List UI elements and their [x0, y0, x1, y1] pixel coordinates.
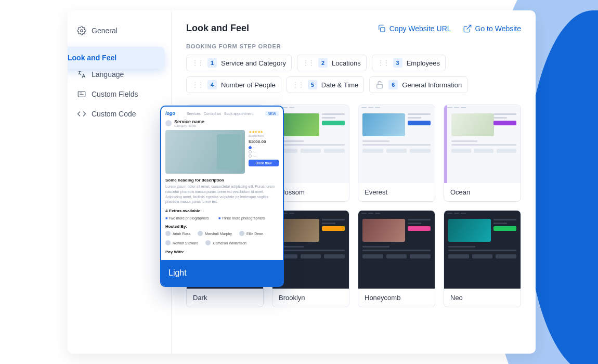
theme-card-honeycomb[interactable]: Honeycomb: [358, 210, 435, 307]
drag-handle-icon[interactable]: ⋮⋮: [192, 82, 203, 88]
svg-rect-7: [377, 84, 383, 88]
sidebar-item-label: Look and Feel: [68, 54, 116, 62]
svg-line-6: [466, 25, 471, 29]
preview-cta: Book now: [249, 160, 279, 166]
sidebar-item-custom-code[interactable]: Custom Code: [68, 104, 171, 124]
preview-extra: Three more photographers: [218, 216, 265, 220]
drag-handle-icon[interactable]: ⋮⋮: [303, 60, 314, 66]
gear-icon: [77, 26, 86, 35]
theme-label: Light: [161, 260, 283, 286]
code-icon: [77, 109, 86, 119]
link-label: Copy Website URL: [389, 24, 451, 33]
svg-point-0: [81, 30, 83, 32]
preview-pay-heading: Pay With:: [165, 250, 279, 254]
step-label: Locations: [332, 59, 361, 67]
theme-label: Honeycomb: [358, 289, 435, 307]
step-chip-general-info[interactable]: 6 General Information: [369, 76, 467, 93]
svg-rect-1: [78, 92, 85, 97]
theme-card-ocean[interactable]: Ocean: [444, 105, 521, 202]
preview-hosted-heading: Hosted By:: [165, 224, 279, 229]
theme-label: Blossom: [272, 183, 349, 201]
step-number: 2: [318, 58, 328, 68]
preview-description: Lorem ipsum dolor sit amet, consectetur …: [165, 184, 279, 204]
settings-panel: General Language Custom Fields Custom Co…: [68, 10, 536, 354]
sidebar-item-custom-fields[interactable]: Custom Fields: [68, 84, 171, 104]
sidebar-item-label: Custom Fields: [92, 90, 138, 98]
preview-host: Cameron Williamson: [213, 241, 246, 245]
preview-nav-item: Services: [187, 112, 201, 115]
preview-service-category: Category Name: [174, 124, 204, 127]
page-header: Look and Feel Copy Website URL Go to Web…: [186, 23, 521, 34]
preview-extra: Two more photographers: [165, 216, 209, 220]
copy-icon: [377, 24, 386, 33]
drag-handle-icon[interactable]: ⋮⋮: [292, 82, 304, 88]
preview-nav-item: Book appointment: [224, 112, 253, 115]
preview-extras-heading: 4 Extras available:: [165, 209, 279, 213]
sidebar-item-general[interactable]: General: [68, 21, 171, 41]
preview-host: Marshall Murphy: [205, 232, 232, 236]
svg-rect-5: [381, 27, 385, 31]
copy-website-url-button[interactable]: Copy Website URL: [377, 24, 451, 33]
theme-label: Neo: [444, 289, 521, 307]
theme-label: Dark: [187, 289, 263, 307]
preview-host: Ariah Ross: [173, 232, 190, 236]
preview-service-name: Service name: [174, 119, 204, 124]
theme-card-everest[interactable]: Everest: [358, 105, 435, 202]
preview-host: Ellie Dean: [246, 232, 263, 236]
preview-subheading: Some heading for description: [165, 178, 279, 183]
preview-logo: logo: [165, 111, 175, 116]
step-label: General Information: [402, 81, 462, 89]
sidebar-item-look-and-feel[interactable]: Look and Feel: [68, 47, 164, 69]
step-chip-datetime[interactable]: ⋮⋮ 5 Date & Time: [287, 76, 365, 93]
theme-label: Brooklyn: [272, 289, 349, 307]
step-chip-service[interactable]: ⋮⋮ 1 Service and Category: [186, 55, 292, 71]
preview-host: Rowan Steward: [173, 241, 198, 245]
theme-card-neo[interactable]: Neo: [444, 210, 521, 307]
step-order-row: ⋮⋮ 1 Service and Category ⋮⋮ 2 Locations…: [186, 55, 521, 93]
page-title: Look and Feel: [186, 23, 249, 34]
sidebar-item-label: Language: [92, 70, 124, 79]
preview-nav-item: Contact us: [204, 112, 221, 115]
external-link-icon: [463, 24, 472, 33]
theme-label: Everest: [358, 183, 435, 201]
theme-card-blossom[interactable]: Blossom: [272, 105, 349, 202]
sidebar-item-label: Custom Code: [92, 110, 136, 118]
step-label: Number of People: [221, 81, 276, 89]
drag-handle-icon[interactable]: ⋮⋮: [378, 60, 389, 66]
step-number: 3: [393, 58, 402, 68]
theme-card-light-featured[interactable]: logo Services Contact us Book appointmen…: [161, 107, 283, 286]
step-number: 4: [207, 80, 217, 89]
sidebar: General Language Custom Fields Custom Co…: [68, 10, 172, 354]
step-chip-employees[interactable]: ⋮⋮ 3 Employees: [372, 55, 446, 71]
preview-badge: NEW: [265, 111, 279, 116]
step-chip-locations[interactable]: ⋮⋮ 2 Locations: [297, 55, 367, 71]
step-label: Date & Time: [321, 81, 359, 89]
step-number: 1: [207, 58, 217, 68]
step-chip-people[interactable]: ⋮⋮ 4 Number of People: [186, 76, 281, 93]
drag-handle-icon[interactable]: ⋮⋮: [192, 60, 203, 66]
preview-price: $1000.00: [249, 139, 279, 144]
preview-hero-image: [165, 130, 245, 174]
theme-label: Ocean: [444, 183, 521, 201]
lock-icon: [375, 80, 384, 89]
star-icon: ★★★★★: [249, 130, 279, 134]
step-number: 6: [388, 80, 398, 89]
step-number: 5: [308, 80, 317, 89]
preview-avatar: [165, 120, 172, 126]
step-label: Service and Category: [221, 59, 286, 67]
theme-preview: logo Services Contact us Book appointmen…: [161, 107, 283, 260]
go-to-website-button[interactable]: Go to Website: [463, 24, 521, 33]
globe-icon: [77, 70, 86, 79]
theme-card-brooklyn[interactable]: Brooklyn: [272, 210, 349, 307]
link-label: Go to Website: [475, 24, 521, 33]
section-label: BOOKING FORM STEP ORDER: [186, 43, 521, 49]
step-label: Employees: [407, 59, 440, 67]
form-icon: [77, 89, 86, 99]
sidebar-item-label: General: [92, 27, 118, 35]
